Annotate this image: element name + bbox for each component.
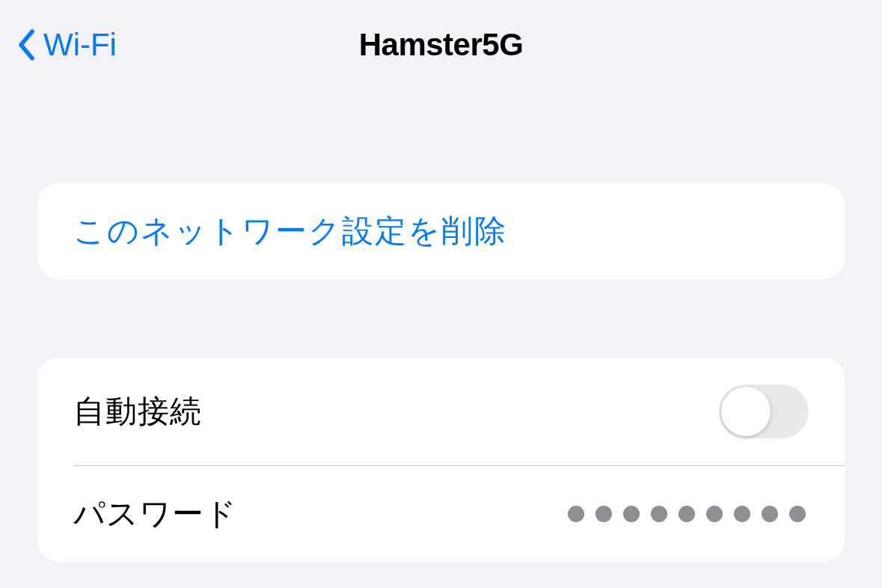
chevron-left-icon <box>15 27 37 63</box>
page-title: Hamster5G <box>359 27 524 63</box>
password-dot <box>734 506 750 522</box>
auto-join-toggle[interactable] <box>719 385 809 438</box>
password-dot <box>706 506 723 522</box>
password-dot <box>623 506 640 522</box>
password-dot <box>762 506 778 522</box>
back-label: Wi-Fi <box>43 27 117 63</box>
auto-join-row: 自動接続 <box>37 358 845 465</box>
password-dot <box>651 506 667 522</box>
back-button[interactable]: Wi-Fi <box>15 27 117 63</box>
password-row[interactable]: パスワード <box>37 466 845 562</box>
password-label: パスワード <box>73 493 237 535</box>
forget-network-button[interactable]: このネットワーク設定を削除 <box>37 183 845 279</box>
password-dot <box>789 506 806 522</box>
auto-join-label: 自動接続 <box>73 391 202 432</box>
forget-network-card: このネットワーク設定を削除 <box>37 183 845 279</box>
forget-network-label: このネットワーク設定を削除 <box>73 210 507 252</box>
password-dot <box>679 506 695 522</box>
password-value-masked <box>568 506 809 522</box>
navigation-bar: Wi-Fi Hamster5G <box>0 0 882 90</box>
toggle-knob <box>721 387 771 436</box>
password-dot <box>595 506 612 522</box>
password-dot <box>568 506 584 522</box>
network-settings-card: 自動接続 パスワード <box>37 358 845 562</box>
